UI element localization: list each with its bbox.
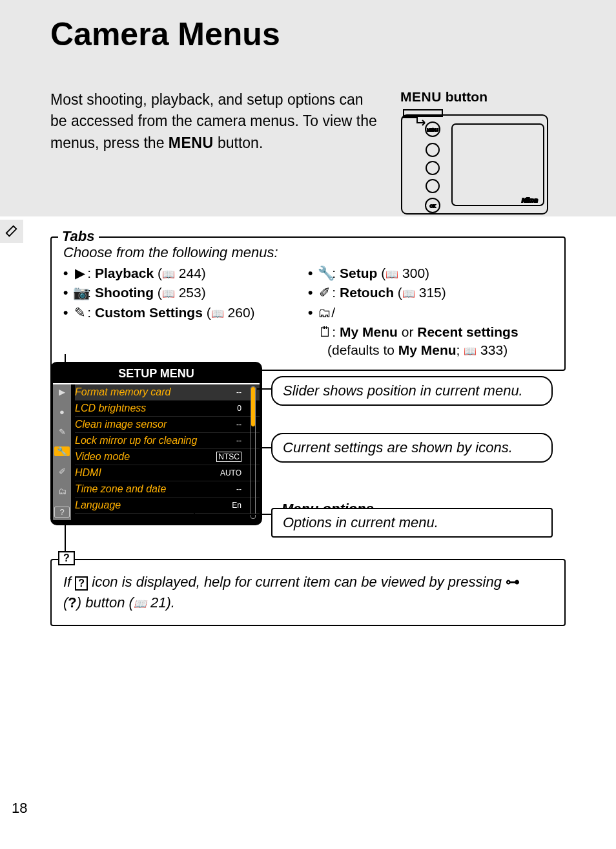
- tab-icon-mymenu: 🗂: [54, 487, 70, 496]
- caption-menu-word: MENU: [400, 89, 442, 104]
- setup-row: LCD brightness0: [75, 401, 260, 417]
- svg-rect-1: [452, 124, 544, 205]
- manual-page: Camera Menus Most shooting, playback, an…: [0, 0, 616, 849]
- svg-text:Nikon: Nikon: [522, 197, 539, 204]
- leader-line: [194, 507, 195, 514]
- callout-icons: Current settings are shown by icons.: [271, 433, 553, 463]
- tabs-label: Tabs: [58, 228, 99, 245]
- setup-row: Clean image sensor--: [75, 417, 260, 433]
- tab-icon-retouch: ✐: [54, 466, 70, 476]
- help-text: If ? icon is displayed, help for current…: [63, 572, 553, 613]
- mymenu-icon: 🗂/🗒: [318, 303, 332, 342]
- tabs-intro: Choose from the following menus:: [63, 244, 553, 261]
- wrench-icon: 🔧: [318, 264, 332, 283]
- setup-row: Time zone and date--: [75, 481, 260, 498]
- setup-icon-column: ▶ ● ✎ 🔧 ✐ 🗂 ?: [53, 384, 71, 520]
- help-icon: ?: [58, 551, 75, 565]
- scrollbar: [251, 386, 256, 519]
- tab-icon-shoot: ●: [54, 407, 70, 417]
- menu-options-text: Options in current menu.: [283, 514, 541, 531]
- setup-menu-screenshot: SETUP MENU ▶ ● ✎ 🔧 ✐ 🗂 ? Format memory c…: [50, 362, 262, 525]
- intro-paragraph: Most shooting, playback, and setup optio…: [50, 89, 380, 154]
- leader-line: [194, 514, 271, 515]
- tab-custom: •✎: Custom Settings (📖 260): [63, 303, 308, 322]
- page-title: Camera Menus: [50, 16, 280, 53]
- setup-row: HDMIAUTO: [75, 465, 260, 481]
- setup-row: Video modeNTSC: [75, 449, 260, 465]
- svg-text:OK: OK: [430, 204, 436, 208]
- tab-icon-custom: ✎: [54, 427, 70, 437]
- leader-line: [257, 388, 271, 390]
- tab-mymenu: •🗂/🗒: My Menu or Recent settings: [308, 303, 553, 342]
- callout-slider: Slider shows position in current menu.: [271, 376, 553, 406]
- menu-word: MENU: [169, 134, 214, 151]
- tab-retouch: •✐: Retouch (📖 315): [308, 283, 553, 302]
- retouch-icon: ✐: [318, 283, 332, 302]
- tab-icon-help: ?: [54, 507, 70, 518]
- intro-text-post: button.: [214, 134, 263, 151]
- camera-illustration: Nikon MENU OK: [400, 109, 549, 215]
- tabs-col-right: •🔧: Setup (📖 300) •✐: Retouch (📖 315) •🗂…: [308, 264, 553, 358]
- leader-line: [65, 354, 66, 363]
- tab-playback: •▶: Playback (📖 244): [63, 264, 308, 283]
- setup-row: Lock mirror up for cleaning--: [75, 433, 260, 449]
- leader-line: [257, 447, 271, 448]
- mymenu-defaults: (defaults to My Menu; 📖 333): [327, 342, 553, 358]
- tabs-col-left: •▶: Playback (📖 244) •📷: Shooting (📖 253…: [63, 264, 308, 358]
- help-question-icon: ?: [75, 576, 88, 591]
- setup-title: SETUP MENU: [53, 364, 260, 384]
- tab-icon-play: ▶: [54, 387, 70, 397]
- tab-shooting: •📷: Shooting (📖 253): [63, 283, 308, 302]
- pencil-icon: ✎: [73, 303, 87, 322]
- question-mark: ?: [68, 594, 76, 611]
- playback-icon: ▶: [73, 264, 87, 283]
- setup-row: LanguageEn: [75, 498, 260, 514]
- tab-icon-setup: 🔧: [54, 446, 70, 456]
- side-tab-icon: [0, 220, 23, 243]
- svg-point-5: [426, 143, 439, 156]
- tab-setup: •🔧: Setup (📖 300): [308, 264, 553, 283]
- key-icon: ⊶: [506, 574, 520, 590]
- camera-icon: 📷: [73, 283, 87, 302]
- callout-menu-options: Options in current menu.: [271, 508, 553, 538]
- setup-rows: Format memory card-- LCD brightness0 Cle…: [71, 384, 260, 520]
- setup-row: Format memory card--: [75, 384, 260, 401]
- tabs-box: Tabs Choose from the following menus: •▶…: [50, 236, 566, 371]
- svg-point-7: [426, 180, 439, 193]
- svg-point-6: [426, 162, 439, 174]
- help-box: ? If ? icon is displayed, help for curre…: [50, 559, 566, 626]
- camera-caption: MENU button: [400, 89, 488, 105]
- svg-text:MENU: MENU: [427, 128, 438, 132]
- caption-label: button: [442, 89, 488, 104]
- page-number: 18: [12, 800, 27, 817]
